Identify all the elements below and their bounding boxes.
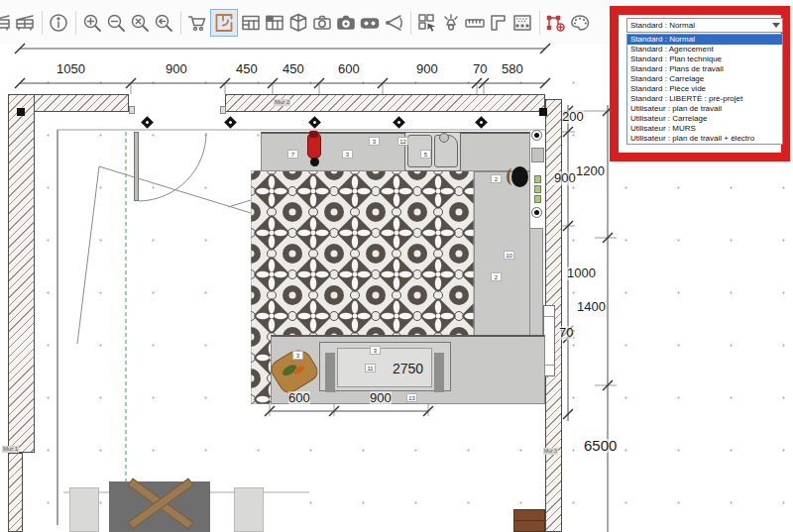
corner-marker <box>539 108 547 116</box>
carpenter-square-icon[interactable] <box>488 10 510 36</box>
spotlight-icon[interactable] <box>440 10 462 36</box>
cube-3d-icon[interactable] <box>287 10 309 36</box>
dim-label: 450 <box>283 62 304 76</box>
dim-label: 1400 <box>577 300 606 314</box>
zoom-previous-icon[interactable] <box>153 10 174 36</box>
zoom-reset-icon[interactable] <box>129 10 151 36</box>
cabinet-front-icon[interactable] <box>0 10 12 36</box>
application-window: 1050 900 450 450 600 900 70 580 Mur 2 Mu… <box>0 0 793 532</box>
counter-right <box>474 171 530 337</box>
vr-goggles-icon[interactable] <box>359 10 381 36</box>
wall-box <box>531 148 544 162</box>
dropdown-option[interactable]: Standard : Normal <box>627 35 782 45</box>
dim-label: 580 <box>502 62 523 76</box>
mount-point <box>531 130 542 141</box>
zoom-in-icon[interactable] <box>81 10 103 36</box>
cabinet-front-icon-2[interactable] <box>14 10 36 36</box>
spotlight-symbol <box>141 116 154 129</box>
dropdown-option[interactable]: Standard : Pièce vide <box>627 84 782 94</box>
spotlight-symbol <box>308 116 321 129</box>
dim-label: 6500 <box>584 439 617 453</box>
floor-plan-icon[interactable] <box>210 9 238 37</box>
ruler-glyph <box>464 12 486 34</box>
chair <box>234 487 264 532</box>
item-tag: 2 <box>491 174 502 183</box>
wall-label: Mur 1 <box>2 446 19 453</box>
wall-left <box>8 94 35 453</box>
wall-left-lower <box>8 453 23 532</box>
island-handle <box>434 353 444 392</box>
island-handle <box>325 353 335 392</box>
wall-label: Mur 2 <box>274 99 290 106</box>
dim-label: 200 <box>562 110 584 124</box>
palette-glyph <box>569 12 591 34</box>
dining-table <box>109 481 210 532</box>
island-width-label: 2750 <box>393 362 423 375</box>
ruler-icon[interactable] <box>464 10 486 36</box>
mount-point <box>531 207 542 218</box>
item-tag: 3 <box>369 137 380 146</box>
wall-label: Mur 3 <box>543 448 558 455</box>
chair <box>69 487 99 532</box>
tile-select-icon[interactable] <box>416 10 438 36</box>
view-style-option-list: Standard : Normal Standard : Agencement … <box>626 34 783 145</box>
dropdown-option[interactable]: Utilisateur : MURS <box>627 124 782 134</box>
dropdown-option[interactable]: Standard : LIBERTÉ : pré-projet <box>627 94 782 104</box>
item-tag: 2 <box>491 272 502 281</box>
cube-3d-glyph <box>287 12 309 34</box>
dim-label: 450 <box>236 62 258 76</box>
cabinet-front-2-glyph <box>14 12 36 34</box>
dropdown-option[interactable]: Utilisateur : Carrelage <box>627 114 782 124</box>
cabinet-elevation-glyph <box>240 12 262 34</box>
cart-icon[interactable] <box>186 10 208 36</box>
spotlight-symbol <box>393 116 405 129</box>
camera-filled-glyph <box>335 12 357 34</box>
zoom-out-glyph <box>105 12 127 34</box>
dropdown-option[interactable]: Utilisateur : plan de travail + électro <box>627 134 782 144</box>
view-cone-glyph <box>383 12 404 34</box>
item-tag: 13 <box>406 393 417 402</box>
palette-icon[interactable] <box>569 10 591 36</box>
dim-label: 600 <box>288 391 310 405</box>
dropdown-option[interactable]: Utilisateur : plan de travail <box>627 104 782 114</box>
wall-sink-trim <box>507 168 517 185</box>
zoom-reset-glyph <box>129 12 151 34</box>
vr-goggles-glyph <box>359 12 381 34</box>
view-style-dropdown[interactable]: Standard : Normal <box>626 18 783 33</box>
hinge-marker <box>534 195 541 203</box>
wood-cabinet <box>513 509 545 532</box>
dropdown-option[interactable]: Standard : Plans de travail <box>627 64 782 74</box>
pattern-fill-icon[interactable] <box>511 10 533 36</box>
floor-plan-glyph <box>213 12 235 34</box>
item-tag: 3 <box>342 150 353 159</box>
dropdown-option[interactable]: Standard : Carrelage <box>627 74 782 84</box>
dropdown-option[interactable]: Standard : Agencement <box>627 45 782 54</box>
counter-top <box>261 132 530 171</box>
pattern-fill-glyph <box>511 12 533 34</box>
dim-label: 1000 <box>567 266 596 280</box>
info-glyph <box>48 12 69 34</box>
dim-label: 600 <box>338 62 360 76</box>
dim-label: 900 <box>370 391 392 405</box>
view-style-selected: Standard : Normal <box>630 21 695 30</box>
item-tag: 11 <box>365 364 376 372</box>
toolbar-separator <box>176 9 184 37</box>
cabinet-elevation-icon[interactable] <box>240 10 262 36</box>
spotlight-symbol <box>224 116 237 129</box>
zoom-out-icon[interactable] <box>105 10 127 36</box>
cabinet-elevation-icon-2[interactable] <box>264 10 285 36</box>
item-tag: 5 <box>420 150 431 159</box>
info-icon[interactable] <box>48 10 69 36</box>
dim-label: 1050 <box>57 62 85 76</box>
dropdown-option[interactable]: Standard : Plan technique <box>627 54 782 64</box>
camera-outline-icon[interactable] <box>311 10 333 36</box>
door-jamb <box>129 106 135 114</box>
camera-filled-icon[interactable] <box>335 10 357 36</box>
path-nodes-icon[interactable] <box>545 10 567 36</box>
item-tag: 10 <box>504 251 514 260</box>
item-tag: 3 <box>292 351 303 360</box>
view-cone-icon[interactable] <box>383 10 404 36</box>
faucet-symbol <box>439 133 449 143</box>
spotlight-symbol <box>475 116 488 129</box>
zoom-previous-glyph <box>153 12 174 34</box>
